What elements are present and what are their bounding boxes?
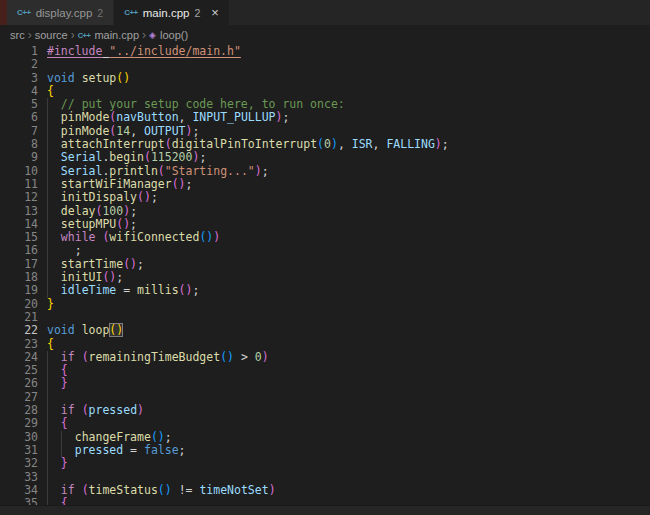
code-line[interactable]: 13 delay(100); — [0, 205, 650, 218]
code-token: setup — [82, 71, 117, 85]
code-line[interactable]: 34 if (timeStatus() != timeNotSet) — [0, 484, 650, 497]
code-line[interactable]: 31 pressed = false; — [0, 444, 650, 457]
code-token: ; — [186, 177, 193, 191]
code-token: { — [61, 416, 68, 430]
breadcrumb-item-main-cpp[interactable]: C++ main.cpp — [78, 29, 139, 41]
breadcrumb-item-loop[interactable]: ◈ loop() — [149, 29, 188, 41]
code-line[interactable]: 21 — [0, 311, 650, 324]
code-line[interactable]: 14 setupMPU(); — [0, 218, 650, 231]
code-token: } — [47, 297, 54, 311]
close-icon[interactable]: × — [211, 6, 219, 19]
code-token: () — [116, 71, 130, 85]
line-number: 13 — [0, 205, 38, 218]
indent-guide — [61, 444, 62, 457]
line-content: #include "../include/main.h" — [47, 45, 241, 58]
code-line[interactable]: 23{ — [0, 338, 650, 351]
line-number: 29 — [0, 417, 38, 430]
indent-guide — [47, 151, 48, 164]
code-token: != — [172, 483, 200, 497]
code-token: ( — [82, 403, 89, 417]
line-content: Serial.println("Starting..."); — [47, 165, 269, 178]
code-line[interactable]: 24 if (remainingTimeBudget() > 0) — [0, 351, 650, 364]
code-token: pinMode — [61, 110, 109, 124]
line-content: if (pressed) — [47, 404, 144, 417]
line-number: 33 — [0, 471, 38, 484]
code-editor[interactable]: 1#include "../include/main.h"23void setu… — [0, 45, 650, 515]
code-token: delay — [61, 204, 96, 218]
breadcrumb-label: source — [35, 29, 68, 41]
code-line[interactable]: 26 } — [0, 377, 650, 390]
indent-guide — [47, 258, 48, 271]
code-token: ) — [269, 483, 276, 497]
indent-guide — [47, 125, 48, 138]
tab-display-cpp[interactable]: C++ display.cpp 2 — [7, 0, 114, 25]
code-token: { — [47, 337, 54, 351]
code-token: "../include/main.h" — [109, 45, 241, 58]
code-token: ; — [130, 217, 137, 231]
code-token — [47, 164, 61, 178]
code-token: attachInterrupt — [61, 137, 165, 151]
code-token: () — [116, 217, 130, 231]
code-token — [47, 376, 61, 390]
breadcrumb-label: main.cpp — [94, 29, 139, 41]
line-content: { — [47, 85, 54, 98]
breadcrumb-item-src[interactable]: src — [10, 29, 25, 41]
code-line[interactable]: 20} — [0, 298, 650, 311]
symbol-method-icon: ◈ — [149, 30, 156, 40]
line-number: 12 — [0, 191, 38, 204]
code-line[interactable]: 2 — [0, 58, 650, 71]
code-line[interactable]: 3void setup() — [0, 72, 650, 85]
line-number: 20 — [0, 298, 38, 311]
line-number: 27 — [0, 391, 38, 404]
code-line[interactable]: 27 — [0, 391, 650, 404]
code-line[interactable]: 15 while (wifiConnected()) — [0, 231, 650, 244]
line-content: } — [47, 298, 54, 311]
indent-guide — [61, 431, 62, 444]
code-line[interactable]: 11 startWiFiManager(); — [0, 178, 650, 191]
tab-main-cpp[interactable]: C++ main.cpp 2 × — [114, 0, 230, 25]
code-line[interactable]: 9 Serial.begin(115200); — [0, 151, 650, 164]
code-line[interactable]: 5 // put your setup code here, to run on… — [0, 98, 650, 111]
code-token: = — [116, 283, 137, 297]
code-token — [47, 350, 61, 364]
code-line[interactable]: 33 — [0, 471, 650, 484]
line-number: 25 — [0, 364, 38, 377]
code-token: wifiConnected — [109, 230, 199, 244]
code-token — [47, 230, 61, 244]
code-token: { — [47, 84, 54, 98]
code-line[interactable]: 8 attachInterrupt(digitalPinToInterrupt(… — [0, 138, 650, 151]
code-token: ISR — [352, 137, 373, 151]
code-line[interactable]: 28 if (pressed) — [0, 404, 650, 417]
code-line[interactable]: 18 initUI(); — [0, 271, 650, 284]
code-line[interactable]: 32 } — [0, 457, 650, 470]
indent-guide — [47, 351, 48, 364]
code-line[interactable]: 30 changeFrame(); — [0, 431, 650, 444]
breadcrumb-item-source[interactable]: source — [35, 29, 68, 41]
code-line[interactable]: 19 idleTime = millis(); — [0, 284, 650, 297]
line-content: // put your setup code here, to run once… — [47, 98, 345, 111]
line-content: if (timeStatus() != timeNotSet) — [47, 484, 276, 497]
code-line[interactable]: 6 pinMode(navButton, INPUT_PULLUP); — [0, 111, 650, 124]
code-token: ; — [192, 283, 199, 297]
code-line[interactable]: 29 { — [0, 417, 650, 430]
code-line[interactable]: 17 startTime(); — [0, 258, 650, 271]
indent-guide — [47, 205, 48, 218]
code-line[interactable]: 1#include "../include/main.h" — [0, 45, 650, 58]
code-line[interactable]: 25 { — [0, 364, 650, 377]
code-line[interactable]: 16 ; — [0, 244, 650, 257]
code-line[interactable]: 4{ — [0, 85, 650, 98]
breadcrumb-label: src — [10, 29, 25, 41]
code-token: ; — [47, 243, 82, 257]
panel-edge — [0, 505, 650, 515]
code-line[interactable]: 10 Serial.println("Starting..."); — [0, 165, 650, 178]
code-line[interactable]: 22void loop() — [0, 324, 650, 337]
line-number: 9 — [0, 151, 38, 164]
code-line[interactable]: 7 pinMode(14, OUTPUT); — [0, 125, 650, 138]
code-token — [47, 217, 61, 231]
indent-guide — [47, 138, 48, 151]
code-token — [47, 110, 61, 124]
indent-guide — [47, 98, 48, 111]
code-line[interactable]: 12 initDispaly(); — [0, 191, 650, 204]
line-content: } — [47, 457, 68, 470]
code-token: void — [47, 71, 75, 85]
